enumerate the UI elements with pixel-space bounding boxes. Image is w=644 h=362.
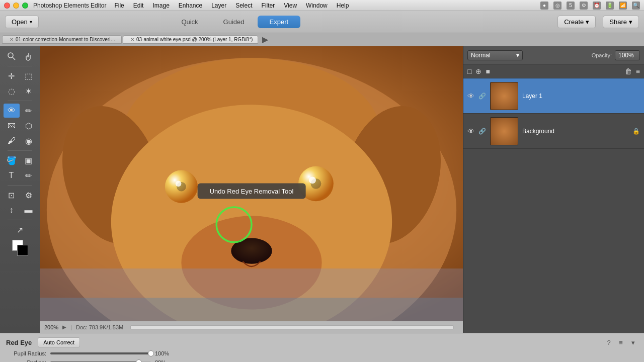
eye-tool[interactable]: 👁 xyxy=(4,104,20,118)
svg-line-1 xyxy=(13,57,15,60)
open-label: Open xyxy=(12,18,28,26)
cookie-cutter-tool[interactable]: ▬ xyxy=(21,203,37,217)
progress-area xyxy=(130,325,454,329)
help-icons: ? ≡ ▾ xyxy=(604,337,638,347)
open-button[interactable]: Open ▾ xyxy=(5,16,39,28)
darken-thumb[interactable] xyxy=(136,359,142,362)
layer1-link-icon[interactable]: 🔗 xyxy=(478,93,486,100)
straighten-tool[interactable]: ↕ xyxy=(4,203,20,217)
sponge-tool[interactable]: ◉ xyxy=(21,134,37,148)
navigator-btn[interactable]: ↗ xyxy=(12,223,28,237)
layer-blend-mode[interactable]: Normal ▾ xyxy=(467,50,523,60)
magic-wand-tool[interactable]: ✶ xyxy=(21,84,37,98)
layer1-visibility-icon[interactable]: 👁 xyxy=(467,92,474,100)
eraser-tool[interactable]: ⬡ xyxy=(21,119,37,133)
tool-row-10: ↕ ▬ xyxy=(4,203,37,217)
new-layer-button[interactable]: □ xyxy=(466,66,472,76)
foreground-background-colors[interactable] xyxy=(12,240,28,256)
layer1-name: Layer 1 xyxy=(522,93,640,100)
new-adjustment-layer-button[interactable]: ⊕ xyxy=(474,66,482,76)
selection-tool[interactable]: ⬚ xyxy=(21,69,37,83)
type-tool[interactable]: T xyxy=(4,168,20,183)
recompose-tool[interactable]: ⚙ xyxy=(21,188,37,202)
menu-select[interactable]: Select xyxy=(231,2,256,10)
zoom-step-btn[interactable]: ▶ xyxy=(62,324,66,330)
create-button[interactable]: Create ▾ xyxy=(557,16,596,28)
background-link-icon[interactable]: 🔗 xyxy=(478,128,486,135)
move-tool[interactable]: ✛ xyxy=(4,69,20,83)
delete-layer-button[interactable]: 🗑 xyxy=(624,66,633,76)
close-button[interactable] xyxy=(4,3,10,9)
pupil-radius-thumb[interactable] xyxy=(148,350,154,356)
darken-label: Darken: xyxy=(6,359,46,362)
pupil-radius-value: 100% xyxy=(155,350,171,356)
more-layer-options[interactable]: ≡ xyxy=(635,66,641,76)
menu-layer[interactable]: Layer xyxy=(207,2,230,10)
layer-item-layer1[interactable]: 👁 🔗 Layer 1 xyxy=(463,78,644,114)
pupil-radius-row: Pupil Radius: 100% xyxy=(6,350,638,356)
search-icon[interactable]: 🔍 xyxy=(632,2,640,10)
undo-tooltip: Undo Red Eye Removal Tool xyxy=(198,184,306,199)
tab-guided[interactable]: Guided xyxy=(211,16,257,28)
paint-bucket-tool[interactable]: 🪣 xyxy=(4,153,20,167)
opacity-value[interactable]: 100% xyxy=(615,50,640,60)
menu-window[interactable]: Window xyxy=(302,2,332,10)
titlebar: Photoshop Elements Editor File Edit Imag… xyxy=(0,0,644,11)
darken-value: 88% xyxy=(155,359,171,362)
titlebar-icon-5: ⏰ xyxy=(593,2,601,10)
menu-bar: File Edit Image Enhance Layer Select Fil… xyxy=(110,2,353,10)
menu-view[interactable]: View xyxy=(280,2,301,10)
minimize-button[interactable] xyxy=(13,3,19,9)
panel-options-button[interactable]: ≡ xyxy=(616,337,626,347)
zoom-tool[interactable] xyxy=(4,49,20,63)
doc-tab-2[interactable]: ✕ 03-animal white eye.psd @ 200% (Layer … xyxy=(123,35,258,44)
tool-divider-3 xyxy=(8,150,33,151)
custom-shape-tool[interactable]: ✏ xyxy=(21,168,37,183)
tab-expert[interactable]: Expert xyxy=(258,16,301,28)
titlebar-icon-2: ◎ xyxy=(553,2,561,10)
hand-tool[interactable] xyxy=(21,49,37,63)
blend-mode-arrow-icon: ▾ xyxy=(516,52,519,59)
menu-edit[interactable]: Edit xyxy=(129,2,148,10)
crop-tool[interactable]: ⊡ xyxy=(4,188,20,202)
auto-correct-button[interactable]: Auto Correct xyxy=(38,337,80,347)
menu-file[interactable]: File xyxy=(110,2,128,10)
left-toolbar: ✛ ⬚ ◌ ✶ 👁 ✏ 🖂 ⬡ 🖌 ◉ 🪣 ▣ xyxy=(0,46,40,333)
menu-filter[interactable]: Filter xyxy=(258,2,279,10)
brush-tool[interactable]: 🖌 xyxy=(4,134,20,148)
create-label: Create xyxy=(564,18,584,26)
tab1-close-icon[interactable]: ✕ xyxy=(10,37,14,42)
tab2-label: 03-animal white eye.psd @ 200% (Layer 1,… xyxy=(136,37,253,42)
pupil-radius-slider[interactable] xyxy=(50,352,151,354)
background-visibility-icon[interactable]: 👁 xyxy=(467,127,474,135)
tab2-close-icon[interactable]: ✕ xyxy=(130,37,134,42)
tabs-more-button[interactable]: ▶ xyxy=(259,34,271,45)
clone-tool[interactable]: 🖂 xyxy=(4,119,20,133)
tab-quick[interactable]: Quick xyxy=(169,16,210,28)
layer-item-background[interactable]: 👁 🔗 Background 🔒 xyxy=(463,114,644,149)
pupil-radius-fill xyxy=(50,352,151,354)
help-button[interactable]: ? xyxy=(604,337,614,347)
titlebar-icon-3: 5 xyxy=(567,2,575,10)
tool-divider-4 xyxy=(8,185,33,186)
maximize-button[interactable] xyxy=(22,3,28,9)
create-arrow-icon: ▾ xyxy=(586,18,589,26)
svg-point-14 xyxy=(309,176,316,184)
panel-collapse-button[interactable]: ▾ xyxy=(628,337,638,347)
background-lock-icon: 🔒 xyxy=(632,128,640,135)
gradient-tool[interactable]: ▣ xyxy=(21,153,37,167)
menu-enhance[interactable]: Enhance xyxy=(175,2,206,10)
tool-row-11: ↗ xyxy=(12,223,28,237)
tool-row-6: 🖌 ◉ xyxy=(4,134,37,148)
canvas-area[interactable]: Undo Red Eye Removal Tool 200% ▶ | Doc: … xyxy=(40,46,463,333)
doc-tab-1[interactable]: ✕ 01-color correction-Monument to Discov… xyxy=(2,35,122,44)
spot-heal-tool[interactable]: ✏ xyxy=(21,104,37,118)
share-button[interactable]: Share ▾ xyxy=(603,16,639,28)
menu-help[interactable]: Help xyxy=(333,2,353,10)
menu-image[interactable]: Image xyxy=(148,2,173,10)
window-controls[interactable] xyxy=(4,3,28,9)
layer-list: 👁 🔗 Layer 1 👁 🔗 Background 🔒 xyxy=(463,78,644,333)
lasso-tool[interactable]: ◌ xyxy=(4,84,20,98)
new-fill-layer-button[interactable]: ■ xyxy=(485,66,491,76)
layer1-thumb-image xyxy=(491,82,518,110)
